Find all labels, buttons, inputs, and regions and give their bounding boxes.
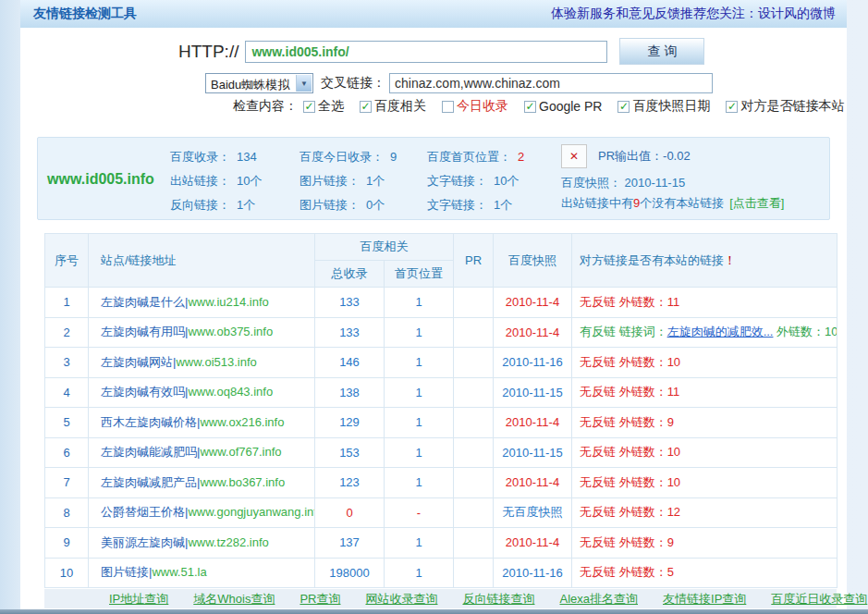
check-content-label: 检查内容： [233,98,298,115]
row-index: 7 [45,468,89,498]
stat-value: 134 [237,150,257,164]
checkbox-item[interactable]: ✓Google PR [524,99,602,114]
snapshot-cell: 2010-11-4 [494,288,572,318]
footer-link[interactable]: 网站收录查询 [365,591,437,608]
page-title: 友情链接检测工具 [33,6,137,22]
cross-link-input[interactable] [389,73,713,93]
query-button[interactable]: 查 询 [619,38,704,65]
summary-col-4: ✕ PR输出值：-0.02 百度快照： 2010-11-15 出站链接中有9个没… [561,143,831,213]
url-input[interactable] [245,41,607,63]
site-cell: 西木左旋肉碱价格|www.ox216.info [89,408,315,438]
stat-label: 百度收录： [170,150,230,164]
summary-stat-line: 出站链接：10个 [170,171,262,190]
checked-checkbox-icon[interactable]: ✓ [617,101,630,113]
summary-stat-line: 百度首页位置：2 [427,147,524,166]
page: 友情链接检测工具 体验新服务和意见反馈推荐您关注：设计风的微博 HTTP:// … [0,0,868,614]
keyword-label: 链接词： [619,325,667,338]
footer-link[interactable]: 百度近日收录查询 [771,591,867,608]
checkbox-item[interactable]: ✓全选 [303,98,344,115]
snapshot-cell: 无百度快照 [494,497,572,528]
table-row: 9美丽源左旋肉碱|www.tz282.info13712010-11-4无反链 … [45,528,837,559]
backlink-cell: 无反链 外链数：10 [572,348,837,378]
checkbox-label: Google PR [539,99,602,114]
home-position-cell: 1 [385,288,454,318]
footer-link[interactable]: 友情链接IP查询 [663,591,746,608]
footer-link[interactable]: 域名Whois查询 [193,591,275,608]
col-header-pr: PR [454,234,494,288]
site-name: 西木左旋肉碱价格| [101,415,200,429]
pr-cell [454,497,494,528]
footer-link[interactable]: PR查询 [300,591,340,608]
checkbox-item[interactable]: 今日收录 [442,98,508,115]
outbound-suffix: 个没有本站链接 [640,196,724,210]
summary-stat-line: 百度今日收录：9 [300,147,397,166]
footer-link[interactable]: IP地址查询 [109,591,168,608]
footer-link[interactable]: Alexa排名查询 [559,591,638,608]
table-row: 5西木左旋肉碱价格|www.ox216.info12912010-11-4无反链… [45,408,837,438]
stat-value: 1个 [494,198,512,212]
site-cell: 左旋肉碱网站|www.oi513.info [89,348,315,378]
pr-cell [454,437,494,468]
checked-checkbox-icon[interactable]: ✓ [360,101,372,113]
stat-label: 百度首页位置： [427,150,511,164]
site-url: www.tz282.info [188,535,268,549]
row-index: 2 [45,317,89,348]
click-to-view-link[interactable]: [点击查看] [729,196,784,210]
site-name: 左旋肉碱能减肥吗| [101,445,200,459]
chevron-down-icon[interactable]: ▼ [296,75,312,92]
pr-output-value: PR输出值：-0.02 [598,148,691,165]
checkbox-item[interactable]: ✓百度相关 [360,98,426,115]
backlink-cell: 无反链 外链数：12 [572,497,837,528]
stat-label: 反向链接： [170,198,230,212]
pr-cell [454,317,494,348]
table-row: 7左旋肉碱减肥产品|www.bo367.info12312010-11-4无反链… [45,468,837,498]
link-table-body: 1左旋肉碱是什么|www.iu214.info13312010-11-4无反链 … [45,288,837,588]
outlink-count: 外链数：10 [773,325,837,338]
table-header: 序号 站点/链接地址 百度相关 PR 百度快照 对方链接是否有本站的链接！ 总收… [45,234,837,288]
summary-col-1: 百度收录：134出站链接：10个反向链接：1个 [170,147,262,219]
checked-checkbox-icon[interactable]: ✓ [303,101,315,113]
row-index: 5 [45,408,89,438]
footer-links-bar: IP地址查询域名Whois查询PR查询网站收录查询反向链接查询Alexa排名查询… [44,589,837,608]
footer-link[interactable]: 反向链接查询 [462,591,534,608]
summary-stat-line: 百度收录：134 [170,147,262,166]
spider-select[interactable]: Baidu蜘蛛模拟 ▼ [205,73,313,93]
site-name: 左旋肉碱减肥产品| [101,475,200,489]
site-cell: 图片链接|www.51.la [89,558,315,588]
stat-value: 2 [518,150,524,164]
checkbox-item[interactable]: ✓对方是否链接本站 [726,98,844,115]
site-name: 左旋肉碱网站| [101,355,176,369]
checked-checkbox-icon[interactable]: ✓ [524,101,536,113]
site-url: www.iu214.info [188,295,268,309]
row-index: 3 [45,348,89,378]
site-name: 左旋肉碱有用吗| [101,325,188,338]
summary-stat-line: 图片链接：1个 [300,171,397,190]
checked-checkbox-icon[interactable]: ✓ [726,101,738,113]
snapshot-cell: 2010-11-4 [494,528,572,559]
home-position-cell: 1 [385,468,454,498]
backlink-status: 无反链 [580,415,619,429]
checkbox-item[interactable]: ✓百度快照日期 [617,98,710,115]
unchecked-checkbox-icon[interactable] [442,101,454,113]
site-name: 左旋肉碱有效吗| [101,385,188,399]
stat-value: 1个 [366,174,385,188]
total-included-cell: 137 [315,528,385,559]
summary-panel: www.id005.info 百度收录：134出站链接：10个反向链接：1个 百… [37,137,830,220]
table-row: 1左旋肉碱是什么|www.iu214.info13312010-11-4无反链 … [45,288,837,318]
stat-label: 出站链接： [170,174,230,188]
total-included-cell: 198000 [315,558,385,588]
main-container: 友情链接检测工具 体验新服务和意见反馈推荐您关注：设计风的微博 HTTP:// … [20,0,847,609]
snapshot-cell: 2010-11-16 [494,558,572,588]
check-content-row: 检查内容： ✓全选✓百度相关今日收录✓Google PR✓百度快照日期✓对方是否… [20,96,847,117]
backlink-status: 无反链 [580,505,619,519]
queried-domain: www.id005.info [47,171,154,188]
home-position-cell: 1 [385,348,454,378]
weibo-promo-link[interactable]: 体验新服务和意见反馈推荐您关注：设计风的微博 [551,6,836,22]
stat-value: 1个 [237,198,255,212]
backlink-status: 无反链 [580,475,619,489]
site-cell: 左旋肉碱有效吗|www.oq843.info [89,377,315,408]
exclamation-mark: ！ [724,253,736,267]
keyword-link[interactable]: 左旋肉碱的减肥效... [667,325,774,338]
backlink-cell: 无反链 外链数：9 [572,408,837,438]
site-url: www.ox216.info [200,415,284,429]
